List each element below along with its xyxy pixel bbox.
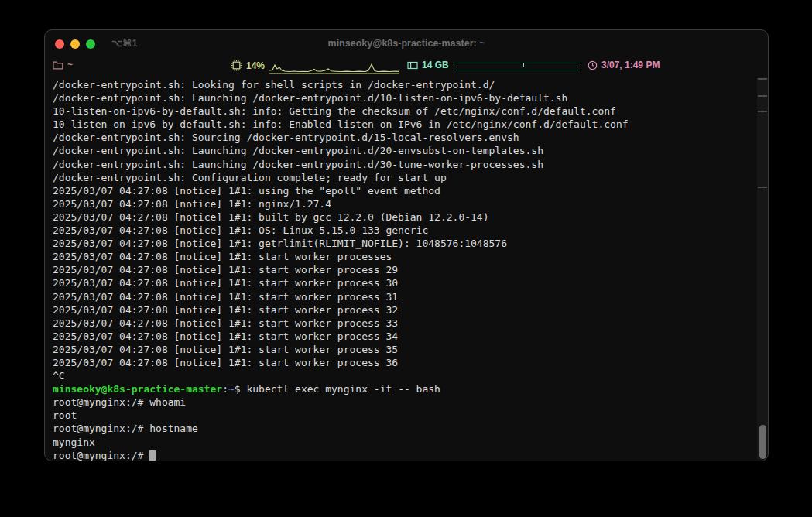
clock-icon (588, 60, 598, 70)
scrollbar-thumb[interactable] (759, 425, 766, 459)
terminal-line: root@mynginx:/# whoami (53, 395, 745, 409)
title-bar[interactable]: ⌥⌘1 minseoky@k8s-practice-master: ~ (45, 30, 768, 56)
terminal-line: minseoky@k8s-practice-master:~$ kubectl … (53, 382, 745, 395)
cpu-chip-icon (231, 60, 242, 71)
scrollbar-mark (758, 95, 767, 97)
terminal-line: /docker-entrypoint.sh: Sourcing /docker-… (53, 131, 745, 144)
terminal-line: 2025/03/07 04:27:08 [notice] 1#1: getrli… (53, 237, 745, 250)
terminal-line: root@mynginx:/# hostname (53, 422, 745, 435)
terminal-window: ⌥⌘1 minseoky@k8s-practice-master: ~ ~ (44, 29, 769, 461)
terminal-line: root (53, 409, 745, 422)
terminal-line: /docker-entrypoint.sh: Launching /docker… (53, 158, 745, 171)
terminal-line: 2025/03/07 04:27:08 [notice] 1#1: start … (53, 330, 745, 343)
terminal-line: 2025/03/07 04:27:08 [notice] 1#1: nginx/… (53, 197, 745, 211)
terminal-line: 10-listen-on-ipv6-by-default.sh: info: G… (53, 104, 745, 118)
terminal-line: root@mynginx:/# (53, 449, 745, 461)
terminal-line: /docker-entrypoint.sh: Configuration com… (53, 171, 745, 184)
terminal-line: 2025/03/07 04:27:08 [notice] 1#1: start … (53, 250, 745, 263)
terminal-line: 2025/03/07 04:27:08 [notice] 1#1: start … (53, 290, 745, 303)
terminal-line: 2025/03/07 04:27:08 [notice] 1#1: start … (53, 356, 745, 369)
terminal-line: 2025/03/07 04:27:08 [notice] 1#1: built … (53, 211, 745, 224)
status-cpu-segment: 14% (231, 60, 265, 71)
terminal-line: 2025/03/07 04:27:08 [notice] 1#1: start … (53, 317, 745, 330)
terminal-line: ^C (53, 369, 745, 382)
status-memory-label: 14 GB (422, 60, 449, 70)
terminal-line: 2025/03/07 04:27:08 [notice] 1#1: start … (53, 263, 745, 276)
scrollbar-mark (758, 78, 767, 80)
status-bar: ~ 14% (45, 56, 768, 77)
memory-gauge-tick (523, 63, 524, 67)
status-path-segment: ~ (53, 60, 73, 70)
terminal-line: /docker-entrypoint.sh: Looking for shell… (53, 78, 745, 91)
window-title: minseoky@k8s-practice-master: ~ (45, 38, 768, 49)
terminal-line: 2025/03/07 04:27:08 [notice] 1#1: OS: Li… (53, 224, 745, 237)
terminal-output[interactable]: /docker-entrypoint.sh: Looking for shell… (45, 77, 768, 461)
memory-icon (407, 61, 418, 70)
status-memory-segment: 14 GB (407, 60, 449, 70)
terminal-cursor (149, 450, 156, 461)
folder-icon (53, 60, 63, 70)
terminal-line: 2025/03/07 04:27:08 [notice] 1#1: start … (53, 343, 745, 356)
cpu-sparkline (269, 61, 399, 74)
terminal-line: 2025/03/07 04:27:08 [notice] 1#1: start … (53, 276, 745, 289)
status-clock-segment: 3/07, 1:49 PM (588, 60, 660, 70)
memory-gauge (454, 63, 580, 70)
terminal-line: mynginx (53, 436, 745, 449)
terminal-line: 10-listen-on-ipv6-by-default.sh: info: E… (53, 118, 745, 131)
terminal-line: 2025/03/07 04:27:08 [notice] 1#1: using … (53, 184, 745, 197)
terminal-line: /docker-entrypoint.sh: Launching /docker… (53, 144, 745, 157)
scrollbar-mark (758, 187, 767, 188)
scrollbar-track[interactable] (757, 77, 768, 460)
terminal-line: /docker-entrypoint.sh: Launching /docker… (53, 91, 745, 104)
status-path-label: ~ (67, 60, 73, 70)
terminal-line: 2025/03/07 04:27:08 [notice] 1#1: start … (53, 303, 745, 317)
status-clock-label: 3/07, 1:49 PM (601, 60, 660, 70)
status-cpu-label: 14% (246, 60, 265, 71)
scrollbar-mark (758, 111, 767, 112)
